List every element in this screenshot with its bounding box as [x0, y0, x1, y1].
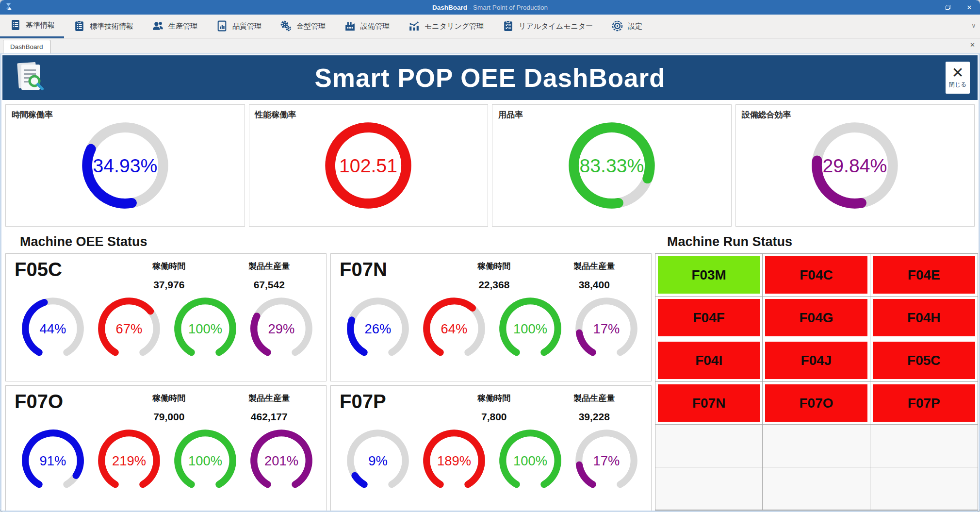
minimize-button[interactable]: –: [916, 0, 937, 15]
stat-label: 製品生産量: [544, 393, 645, 404]
run-status-tile[interactable]: F04G: [765, 299, 867, 336]
monitor-chart-icon: [408, 20, 420, 33]
dashboard-header: Smart POP OEE DashBoard ✕ 閉じる: [2, 55, 978, 100]
main-menu-bar: 基準情報標準技術情報生産管理品質管理金型管理設備管理モニタリング管理リアルタイム…: [0, 15, 980, 39]
run-status-tile[interactable]: F03M: [658, 256, 760, 294]
tab-close-icon[interactable]: ✕: [970, 41, 975, 49]
machine-id: F07N: [340, 259, 444, 280]
run-status-cell: F04F: [655, 297, 763, 339]
run-status-empty-cell: [763, 467, 870, 510]
tab-dashboard[interactable]: DashBoard: [3, 40, 50, 53]
svg-text:29.84%: 29.84%: [823, 155, 887, 176]
stat-label: 稼働時間: [444, 393, 544, 404]
run-section-title: Machine Run Status: [667, 234, 792, 249]
menu-item-clipboard-check[interactable]: リアルタイムモニター: [493, 15, 602, 38]
svg-text:100%: 100%: [188, 453, 222, 468]
svg-text:91%: 91%: [39, 453, 66, 468]
svg-text:29%: 29%: [268, 321, 294, 336]
kpi-gauge: 34.93%: [78, 118, 173, 213]
section-titles: Machine OEE Status Machine Run Status: [1, 227, 979, 252]
maximize-button[interactable]: [937, 0, 959, 15]
toolbar-overflow-chevron-icon[interactable]: ∨: [971, 21, 976, 29]
run-status-empty-cell: [870, 467, 978, 510]
svg-text:102.51: 102.51: [339, 155, 397, 176]
kpi-label: 設備総合効率: [742, 109, 791, 120]
menu-item-doc-list[interactable]: 基準情報: [0, 15, 64, 38]
svg-text:17%: 17%: [593, 453, 620, 468]
machine-card: F05C稼働時間37,976製品生産量67,54244%67%100%29%: [5, 253, 327, 381]
app-logo-icon: [4, 2, 14, 13]
kpi-card: 性能稼働率102.51: [249, 104, 489, 227]
kpi-gauge: 102.51: [321, 118, 416, 213]
menu-item-doc-chart[interactable]: 品質管理: [207, 15, 271, 38]
stat-value: 7,800: [444, 411, 544, 423]
titlebar[interactable]: DashBoard - Smart Point of Production – …: [0, 0, 980, 15]
stat-value: 462,177: [219, 411, 320, 423]
menu-item-users[interactable]: 生産管理: [143, 15, 207, 38]
run-status-tile[interactable]: F04J: [765, 342, 867, 379]
stat-value: 39,228: [544, 411, 645, 423]
kpi-card: 時間稼働率34.93%: [5, 104, 245, 227]
menu-item-label: 生産管理: [168, 22, 197, 31]
window-title: DashBoard - Smart Point of Production: [0, 4, 980, 11]
svg-text:100%: 100%: [188, 321, 222, 336]
machine-gauge: 100%: [493, 424, 567, 497]
kpi-gauge: 83.33%: [564, 118, 659, 213]
machine-id: F07P: [340, 391, 444, 412]
run-status-tile[interactable]: F07P: [873, 384, 975, 422]
run-status-tile[interactable]: F04F: [658, 299, 760, 336]
run-status-tile[interactable]: F04E: [873, 256, 975, 294]
machine-gauge: 9%: [341, 424, 415, 497]
svg-text:201%: 201%: [264, 453, 298, 468]
run-status-tile[interactable]: F04C: [765, 256, 867, 294]
settings-gear-icon: [611, 20, 623, 33]
run-status-cell: F05C: [870, 339, 978, 382]
kpi-label: 時間稼働率: [12, 109, 53, 120]
menu-item-label: 標準技術情報: [90, 22, 133, 31]
stat-value: 67,542: [219, 279, 320, 291]
kpi-card: 用品率83.33%: [492, 104, 732, 227]
menu-item-clipboard-list[interactable]: 標準技術情報: [64, 15, 143, 38]
users-icon: [152, 20, 164, 33]
menu-item-label: 設定: [628, 22, 642, 31]
page-title: Smart POP OEE DashBoard: [2, 63, 978, 93]
run-status-tile[interactable]: F04I: [658, 342, 760, 379]
app-window: DashBoard - Smart Point of Production – …: [0, 0, 980, 512]
run-status-tile[interactable]: F07O: [765, 384, 867, 422]
machine-gauge: 189%: [417, 424, 491, 497]
kpi-row: 時間稼働率34.93%性能稼働率102.51用品率83.33%設備総合効率29.…: [1, 100, 979, 227]
run-status-tile[interactable]: F05C: [873, 342, 975, 379]
svg-text:219%: 219%: [112, 453, 146, 468]
document-tab-bar: DashBoard ✕: [0, 39, 980, 53]
close-window-button[interactable]: ✕: [959, 0, 980, 15]
machine-stat-output: 製品生産量39,228: [544, 391, 645, 423]
run-status-cell: F07O: [763, 382, 870, 425]
menu-item-monitor-chart[interactable]: モニタリング管理: [399, 15, 493, 38]
svg-text:100%: 100%: [513, 453, 547, 468]
machine-stat-runtime: 稼働時間37,976: [119, 259, 219, 291]
machine-gauge: 100%: [168, 424, 242, 497]
stat-value: 37,976: [119, 279, 219, 291]
run-status-cell: F04E: [870, 254, 978, 297]
svg-text:64%: 64%: [441, 321, 467, 336]
run-status-tile[interactable]: F07N: [658, 384, 760, 422]
run-status-cell: F07P: [870, 382, 978, 425]
menu-item-factory[interactable]: 設備管理: [335, 15, 399, 38]
menu-item-gears[interactable]: 金型管理: [271, 15, 335, 38]
factory-icon: [344, 20, 356, 33]
dashboard-close-button[interactable]: ✕ 閉じる: [946, 62, 970, 94]
machine-oee-grid: F05C稼働時間37,976製品生産量67,54244%67%100%29%F0…: [5, 253, 652, 512]
machine-stat-runtime: 稼働時間79,000: [119, 391, 219, 423]
machine-card: F07O稼働時間79,000製品生産量462,17791%219%100%201…: [5, 385, 327, 512]
machine-stat-runtime: 稼働時間22,368: [444, 259, 544, 291]
run-status-tile[interactable]: F04H: [873, 299, 975, 336]
machine-card: F07N稼働時間22,368製品生産量38,40026%64%100%17%: [330, 253, 652, 381]
run-status-cell: F04J: [763, 339, 870, 382]
menu-item-label: リアルタイムモニター: [519, 22, 593, 31]
clipboard-check-icon: [502, 20, 514, 33]
svg-text:34.93%: 34.93%: [93, 155, 157, 176]
machine-gauge: 17%: [570, 292, 643, 365]
menu-item-settings-gear[interactable]: 設定: [602, 15, 652, 38]
stat-label: 製品生産量: [219, 393, 320, 404]
stat-value: 79,000: [119, 411, 219, 423]
